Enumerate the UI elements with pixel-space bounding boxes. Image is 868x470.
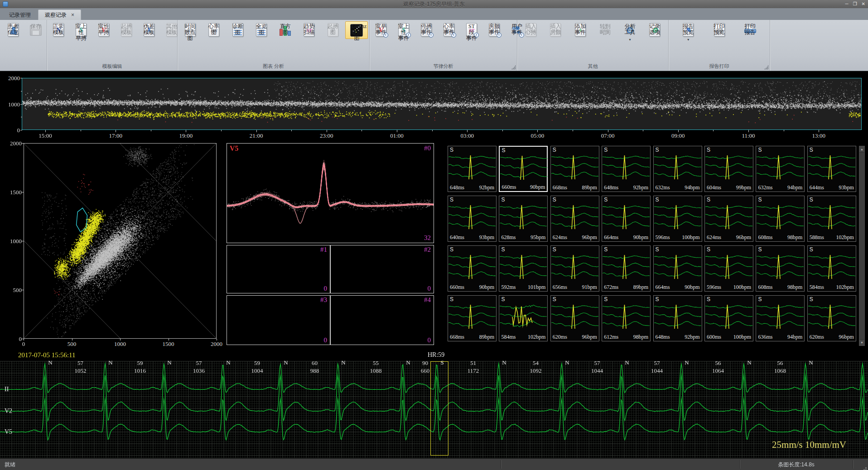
template-panel-3[interactable]: #30 [227, 295, 330, 345]
artifact-template-button[interactable]: X伪差 模板 [138, 21, 160, 39]
beat-label: N [805, 359, 816, 366]
beat-template-cell[interactable]: S660ms90bpm [448, 245, 497, 292]
st-event-button[interactable]: STST段 事件 [460, 21, 483, 39]
scrollbar-thumb[interactable] [859, 153, 864, 339]
beat-template-cell[interactable]: S664ms90bpm [653, 245, 702, 292]
app-icon[interactable] [3, 1, 8, 7]
beat-template-cell[interactable]: S648ms92bpm [602, 146, 651, 192]
lead-tag: V5 [230, 144, 239, 153]
lorenz-scatter-button[interactable]: Lorenz 散点图 [345, 21, 368, 39]
template-overlay-panel[interactable]: V5 #0 32 [227, 143, 434, 243]
add-event-button[interactable]: +添加 事件 [569, 21, 592, 39]
rr-trend-canvas[interactable] [22, 78, 861, 129]
button-label: 其他 模板 [166, 24, 177, 35]
beat-type-label: S [707, 197, 710, 203]
beat-bpm-value: 101bpm [528, 284, 545, 291]
beat-template-cell[interactable]: S648ms92bpm [653, 295, 702, 341]
hr-chart-button[interactable]: HR心率图 [203, 21, 225, 39]
beat-template-cell[interactable]: S656ms91bpm [550, 245, 599, 292]
beat-template-cell[interactable]: S604ms99bpm [704, 146, 753, 192]
template-panel-count: 0 [324, 336, 328, 344]
selected-beat-box[interactable] [430, 361, 448, 456]
beat-template-cell[interactable]: S596ms100bpm [653, 196, 702, 242]
beat-template-cell[interactable]: S584ms102bpm [499, 295, 548, 341]
beat-waveform-canvas [654, 153, 701, 183]
beat-type-label: S [656, 246, 659, 253]
beat-ms-value: 640ms [450, 234, 464, 241]
scroll-up-icon[interactable]: ▲ [859, 146, 864, 152]
beat-template-cell[interactable]: S632ms94bpm [756, 146, 805, 192]
beat-template-cell[interactable]: S584ms102bpm [807, 245, 856, 292]
ventricular-premature-template-button[interactable]: V室性 早搏 [92, 21, 115, 39]
beat-bpm-value: 92bpm [479, 184, 494, 191]
button-label: 室早 事件 [376, 24, 386, 35]
beat-template-cell[interactable]: S620ms96bpm [550, 295, 599, 341]
beat-template-cell[interactable]: S660ms90bpm [499, 146, 548, 192]
rr-time-scatter-button[interactable]: RR时间 散点图 [179, 21, 202, 39]
dialog-launcher-icon[interactable] [511, 65, 516, 69]
beat-template-cell[interactable]: S664ms90bpm [602, 196, 651, 242]
supraventricular-premature-template-button[interactable]: S室上性 早搏 [70, 21, 92, 39]
histogram-button[interactable]: 直方图 [274, 21, 297, 39]
beat-template-cell[interactable]: S624ms96bpm [550, 196, 599, 242]
beat-template-cell[interactable]: S640ms93bpm [448, 196, 497, 242]
tab-observe-record[interactable]: 观察记录× [38, 10, 81, 20]
tab-record-manager[interactable]: 记录管理 [3, 10, 37, 20]
beat-template-cell[interactable]: S632ms94bpm [653, 146, 702, 192]
print-report-button[interactable]: 打印 报告 [739, 21, 762, 39]
beat-template-cell[interactable]: S612ms98bpm [602, 295, 651, 341]
button-label: 打印 报告 [745, 24, 756, 35]
beat-template-cell[interactable]: S592ms101bpm [499, 245, 548, 292]
beat-type-label: S [604, 246, 608, 253]
beat-template-cell[interactable]: S672ms89bpm [602, 245, 651, 292]
minimize-button[interactable]: ─ [845, 0, 849, 8]
interval-hr-value: 54 [522, 360, 550, 367]
dialog-launcher-icon[interactable] [764, 65, 768, 69]
report-preview-button[interactable]: ✎报告 预览▾ [677, 21, 699, 43]
beat-template-cell[interactable]: S596ms100bpm [704, 245, 753, 292]
print-preview-button[interactable]: ◎打印 预览 [708, 21, 731, 39]
template-panel-4[interactable]: #40 [330, 295, 434, 345]
interval-hr-value: 59 [126, 360, 154, 367]
scroll-down-icon[interactable]: ▼ [859, 340, 864, 345]
beat-bpm-value: 90bpm [479, 284, 494, 291]
beat-template-cell[interactable]: S644ms93bpm [807, 146, 856, 192]
interval-rr-value: 1172 [460, 367, 487, 374]
beat-grid-scrollbar[interactable]: ▲ ▼ [859, 146, 865, 346]
template-panel-2[interactable]: #20 [330, 245, 434, 293]
sv-premature-event-button[interactable]: S室上性 事件 [392, 21, 415, 39]
overview-chart-button[interactable]: 全览图 [250, 21, 273, 39]
analysis-tools-button[interactable]: ⚙分析 工具▾ [619, 21, 641, 43]
beat-template-cell[interactable]: S668ms89bpm [448, 295, 497, 341]
maximize-button[interactable]: ❐ [853, 0, 857, 8]
tab-close-icon[interactable]: × [71, 12, 74, 18]
pause-event-button[interactable]: P停搏 事件 [415, 21, 438, 39]
beat-template-cell[interactable]: S636ms94bpm [756, 295, 805, 341]
dropdown-arrow-icon: ▾ [629, 38, 631, 42]
diagnosis-chart-button[interactable]: 诊断图 [227, 21, 249, 39]
v-premature-event-button[interactable]: V室早 事件 [370, 21, 392, 39]
beat-type-label: S [604, 296, 608, 302]
close-button[interactable]: ✕ [862, 0, 865, 8]
beat-template-cell[interactable]: S668ms89bpm [550, 146, 599, 192]
beat-type-label: S [810, 147, 813, 153]
beat-template-cell[interactable]: S608ms98bpm [756, 245, 805, 292]
beat-template-cell[interactable]: S628ms95bpm [499, 196, 548, 242]
template-panel-1[interactable]: #10 [227, 245, 330, 293]
goto-time-button: ◷转到 时间 [594, 21, 617, 39]
patient-info-button[interactable]: 患者 信息 [2, 21, 24, 39]
beat-template-cell[interactable]: S588ms102bpm [807, 196, 856, 242]
beat-template-cell[interactable]: S620ms96bpm [807, 295, 856, 341]
trend-scan-button[interactable]: ST趋势 扫描 [298, 21, 320, 39]
normal-template-button[interactable]: N正常 模板 [47, 21, 70, 39]
lorenz-canvas[interactable] [24, 144, 216, 338]
record-options-button[interactable]: ⚙记录 选项 [643, 21, 666, 39]
hr-event-button[interactable]: HR心率 事件 [438, 21, 460, 39]
beat-ms-value: 648ms [656, 334, 670, 341]
button-label: 保存 [30, 24, 41, 29]
beat-template-cell[interactable]: S600ms100bpm [704, 295, 753, 341]
beat-template-cell[interactable]: S624ms96bpm [704, 196, 753, 242]
af-event-button[interactable]: AF房颤 事件 [483, 21, 506, 39]
beat-template-cell[interactable]: S648ms92bpm [448, 146, 497, 192]
beat-template-cell[interactable]: S608ms98bpm [756, 196, 805, 242]
